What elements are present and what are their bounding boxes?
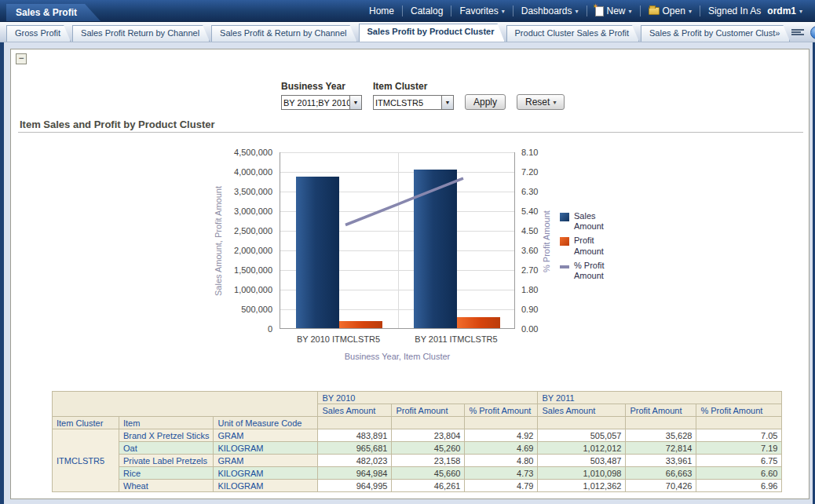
- value-cell: 6.75: [696, 455, 782, 467]
- legend-entry: % Profit Amount: [560, 261, 618, 281]
- value-cell: 6.96: [696, 480, 782, 492]
- dropdown-arrow-icon[interactable]: ▼: [441, 96, 453, 109]
- uom-cell[interactable]: KILOGRAM: [214, 467, 318, 480]
- tabstrip-icons: ?: [791, 26, 815, 42]
- open-folder-icon: [649, 7, 660, 15]
- page-options-icon[interactable]: [791, 28, 804, 38]
- business-year-label: Business Year: [281, 81, 362, 92]
- measure-header[interactable]: Sales Amount: [538, 404, 626, 417]
- item-cluster-select[interactable]: ITMCLSTR5 ▼: [373, 95, 454, 110]
- dashboard-tab[interactable]: Sales & Profit by Customer Clust»: [641, 25, 790, 42]
- value-cell: 505,057: [538, 429, 626, 442]
- uom-cell[interactable]: GRAM: [214, 429, 318, 442]
- nav-item-home[interactable]: Home: [361, 5, 402, 16]
- value-cell: 6.60: [696, 467, 782, 480]
- left-axis-tick: 0: [194, 324, 272, 334]
- value-cell: 4.73: [465, 467, 538, 480]
- item-cell[interactable]: Wheat: [119, 480, 214, 492]
- chevron-down-icon: ▾: [799, 8, 802, 15]
- right-axis-tick: 5.40: [521, 206, 538, 216]
- value-cell: 7.19: [696, 442, 782, 455]
- value-cell: 482,023: [318, 455, 392, 467]
- dashboard-tab[interactable]: Gross Profit: [6, 25, 71, 42]
- value-cell: 23,804: [392, 429, 465, 442]
- chart-legend: Sales AmountProfit Amount% Profit Amount: [560, 211, 618, 285]
- value-cell: 965,681: [318, 442, 392, 455]
- pivot-table: BY 2010BY 2011Sales AmountProfit Amount%…: [52, 391, 782, 492]
- global-nav: HomeCatalogFavorites▾Dashboards▾ New ▾ O…: [361, 0, 810, 22]
- blank-header-cell: [318, 417, 392, 429]
- business-year-select[interactable]: BY 2011;BY 2010 ▼: [281, 95, 362, 110]
- legend-label: % Profit Amount: [574, 261, 618, 281]
- measure-header[interactable]: Profit Amount: [626, 404, 696, 417]
- apply-label: Apply: [473, 97, 497, 108]
- signed-in-menu[interactable]: Signed In As ordm1 ▾: [700, 5, 810, 16]
- dashboard-content: − Business Year BY 2011;BY 2010 ▼ Item C…: [10, 49, 810, 499]
- uom-cell[interactable]: KILOGRAM: [214, 442, 318, 455]
- measure-header[interactable]: Sales Amount: [318, 404, 392, 417]
- dashboard-tab[interactable]: Sales Profit Return by Channel: [72, 25, 210, 42]
- uom-cell[interactable]: GRAM: [214, 455, 318, 467]
- measure-header[interactable]: % Profit Amount: [465, 404, 538, 417]
- measure-header[interactable]: % Profit Amount: [696, 404, 782, 417]
- value-cell: 4.79: [465, 480, 538, 492]
- legend-entry: Profit Amount: [560, 236, 618, 256]
- year-group-header[interactable]: BY 2011: [538, 392, 782, 404]
- value-cell: 35,628: [626, 429, 696, 442]
- category-label: BY 2011 ITMCLSTR5: [393, 334, 519, 344]
- category-label: BY 2010 ITMCLSTR5: [276, 334, 401, 344]
- item-cell[interactable]: Private Label Pretzels: [119, 455, 214, 467]
- nav-item-catalog[interactable]: Catalog: [403, 5, 451, 16]
- chevron-down-icon: ▾: [689, 8, 692, 15]
- left-axis-tick: 1,500,000: [194, 265, 272, 275]
- table-row: ITMCLSTR5Brand X Pretzel SticksGRAM483,8…: [53, 429, 782, 442]
- dashboard-tab[interactable]: Sales Profit by Product Cluster: [359, 24, 505, 42]
- dashboard-tab[interactable]: Product Cluster Sales & Profit: [506, 25, 640, 42]
- reset-button[interactable]: Reset▾: [517, 94, 565, 110]
- username: ordm1: [767, 5, 796, 16]
- x-axis-title: Business Year, Item Cluster: [280, 352, 515, 361]
- apply-button[interactable]: Apply: [465, 94, 506, 110]
- value-cell: 33,961: [626, 455, 696, 467]
- value-cell: 23,158: [392, 455, 465, 467]
- nav-item-dashboards[interactable]: Dashboards▾: [513, 5, 587, 16]
- dashboard-tab[interactable]: Sales Profit & Return by Channel: [211, 25, 356, 42]
- measure-header[interactable]: Profit Amount: [392, 404, 465, 417]
- item-cluster-cell[interactable]: ITMCLSTR5: [53, 429, 119, 492]
- prompt-filters: Business Year BY 2011;BY 2010 ▼ Item Clu…: [281, 81, 565, 110]
- item-cell[interactable]: Oat: [119, 442, 214, 455]
- item-cell[interactable]: Brand X Pretzel Sticks: [119, 429, 214, 442]
- percent-profit-line[interactable]: [280, 152, 516, 329]
- dimension-header[interactable]: Item: [119, 417, 214, 429]
- right-axis-tick: 0.00: [521, 324, 538, 334]
- sales-amount-swatch: [560, 213, 569, 221]
- nav-links: HomeCatalogFavorites▾Dashboards▾: [361, 5, 587, 16]
- year-group-header[interactable]: BY 2010: [318, 392, 538, 404]
- collapse-section-button[interactable]: −: [16, 53, 27, 64]
- table-row: RiceKILOGRAM964,98445,6604.731,010,09866…: [53, 467, 782, 480]
- signed-in-label: Signed In As: [708, 5, 761, 16]
- open-menu[interactable]: Open ▾: [641, 5, 700, 16]
- new-menu[interactable]: New ▾: [587, 5, 640, 16]
- value-cell: 503,487: [538, 455, 626, 467]
- help-icon[interactable]: ?: [810, 26, 815, 39]
- dimension-header[interactable]: Unit of Measure Code: [214, 417, 318, 429]
- right-axis-tick: 3.60: [521, 246, 538, 255]
- left-axis-tick: 2,000,000: [194, 246, 272, 255]
- nav-item-favorites[interactable]: Favorites▾: [451, 5, 512, 16]
- dropdown-arrow-icon[interactable]: ▼: [349, 96, 361, 109]
- uom-cell[interactable]: KILOGRAM: [214, 480, 318, 492]
- blank-header-cell: [392, 417, 465, 429]
- value-cell: 66,663: [626, 467, 696, 480]
- right-axis-tick: 8.10: [521, 148, 538, 157]
- dimension-header[interactable]: Item Cluster: [53, 417, 119, 429]
- item-cluster-label: Item Cluster: [373, 81, 454, 92]
- item-cell[interactable]: Rice: [119, 467, 214, 480]
- left-axis-tick: 2,500,000: [194, 226, 272, 236]
- percent-profit-swatch: [560, 265, 569, 268]
- app-header: Sales & Profit HomeCatalogFavorites▾Dash…: [0, 0, 815, 22]
- right-axis-tick: 0.90: [521, 305, 538, 314]
- blank-header-cell: [626, 417, 696, 429]
- title-divider: [18, 132, 803, 133]
- dashboard-title-tab[interactable]: Sales & Profit: [6, 4, 101, 21]
